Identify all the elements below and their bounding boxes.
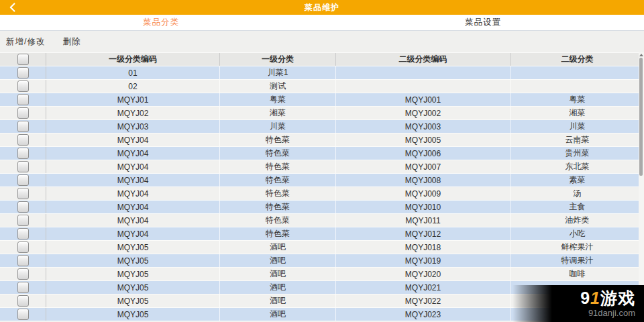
row-checkbox[interactable] [17,161,29,172]
cell-level1-code: MQYJ05 [46,294,219,307]
row-checkbox[interactable] [17,282,29,293]
column-header-level1-code: 一级分类编码 [46,53,219,66]
cell-level2-name: 油炸类 [510,214,644,227]
cell-level1-name: 特色菜 [219,147,335,160]
cell-level1-name: 酒吧 [219,241,335,254]
tab-dish-settings[interactable]: 菜品设置 [322,15,644,30]
cell-level1-code: MQYJ04 [46,174,219,186]
cell-level2-name: 汤 [510,187,644,200]
cell-level1-code: MQYJ04 [46,133,219,146]
table-row[interactable]: MQYJ05 酒吧 MQYJ019 特调果汁 [0,254,644,267]
cell-level1-name: 特色菜 [219,201,335,213]
cell-level1-name: 特色菜 [219,174,335,186]
table-row[interactable]: 01 川菜1 [0,66,644,79]
table-row[interactable]: 02 测试 [0,79,644,93]
scrollbar-thumb[interactable] [639,58,643,176]
page-title: 菜品维护 [0,2,644,13]
cell-level2-code [335,80,510,93]
cell-level2-name: 川菜 [510,120,644,133]
row-checkbox[interactable] [17,255,29,266]
tab-dish-category[interactable]: 菜品分类 [0,15,322,30]
cell-level2-name: 粤菜 [510,93,644,106]
row-checkbox[interactable] [17,241,29,253]
table-row[interactable]: MQYJ01 粤菜 MQYJ001 粤菜 [0,93,644,106]
table-row[interactable]: MQYJ05 酒吧 MQYJ020 咖啡 [0,267,644,280]
row-checkbox[interactable] [17,134,29,146]
cell-level1-name: 酒吧 [219,308,335,321]
cell-level2-code: MQYJ010 [335,201,510,213]
cell-level1-code: MQYJ05 [46,254,219,267]
scroll-up-arrow-icon[interactable] [639,54,643,56]
row-checkbox[interactable] [17,215,29,226]
cell-level1-code: MQYJ02 [46,107,219,119]
row-checkbox[interactable] [17,67,29,78]
row-checkbox[interactable] [17,121,29,132]
table-row[interactable]: MQYJ04 特色菜 MQYJ012 小吃 [0,227,644,240]
row-checkbox-cell [0,66,46,79]
row-checkbox-cell [0,93,46,106]
row-checkbox[interactable] [17,94,29,105]
cell-level1-name: 特色菜 [219,160,335,173]
select-all-cell [0,53,46,66]
table-row[interactable]: MQYJ04 特色菜 MQYJ011 油炸类 [0,213,644,227]
cell-level2-name: 特调果汁 [510,254,644,267]
table-row[interactable]: MQYJ04 特色菜 MQYJ008 素菜 [0,173,644,186]
cell-level1-name: 测试 [219,80,335,93]
table-row[interactable]: MQYJ05 酒吧 MQYJ018 鲜榨果汁 [0,240,644,254]
row-checkbox-cell [0,268,46,280]
table-row[interactable]: MQYJ04 特色菜 MQYJ006 贵州菜 [0,146,644,160]
cell-level1-code: MQYJ05 [46,241,219,254]
row-checkbox[interactable] [17,201,29,213]
table-row[interactable]: MQYJ04 特色菜 MQYJ007 东北菜 [0,160,644,173]
cell-level2-code: MQYJ012 [335,227,510,240]
cell-level1-name: 酒吧 [219,254,335,267]
table-row[interactable]: MQYJ04 特色菜 MQYJ010 主食 [0,200,644,213]
cell-level2-name: 云南菜 [510,133,644,146]
row-checkbox-cell [0,308,46,321]
cell-level2-code: MQYJ011 [335,214,510,227]
row-checkbox[interactable] [17,309,29,320]
dish-maintenance-window: 菜品维护 菜品分类 菜品设置 新增/修改 删除 一级分类编码 一级分类 二级分类… [0,0,644,322]
cell-level2-code: MQYJ003 [335,120,510,133]
cell-level1-code: MQYJ04 [46,201,219,213]
row-checkbox[interactable] [17,107,29,119]
cell-level2-name: 小吃 [510,227,644,240]
delete-button[interactable]: 删除 [62,36,80,48]
cell-level2-code: MQYJ019 [335,254,510,267]
row-checkbox[interactable] [17,268,29,280]
row-checkbox[interactable] [17,295,29,307]
cell-level2-code: MQYJ008 [335,174,510,186]
cell-level1-name: 粤菜 [219,93,335,106]
vertical-scrollbar[interactable] [639,52,644,322]
row-checkbox[interactable] [17,174,29,186]
table-header: 一级分类编码 一级分类 二级分类编码 二级分类 [0,52,644,66]
table-row[interactable]: MQYJ04 特色菜 MQYJ009 汤 [0,186,644,200]
cell-level1-code: 02 [46,80,219,93]
row-checkbox[interactable] [17,148,29,159]
cell-level1-code: MQYJ04 [46,214,219,227]
row-checkbox[interactable] [17,228,29,239]
row-checkbox[interactable] [17,188,29,199]
row-checkbox[interactable] [17,80,29,92]
row-checkbox-cell [0,174,46,186]
column-header-level2-name: 二级分类 [510,53,644,66]
cell-level1-code: MQYJ05 [46,281,219,294]
select-all-checkbox[interactable] [17,54,29,65]
table-row[interactable]: MQYJ04 特色菜 MQYJ005 云南菜 [0,133,644,146]
add-modify-button[interactable]: 新增/修改 [6,36,45,48]
row-checkbox-cell [0,80,46,93]
table-row[interactable]: MQYJ03 川菜 MQYJ003 川菜 [0,119,644,133]
cell-level2-name: 湘菜 [510,107,644,119]
row-checkbox-cell [0,147,46,160]
row-checkbox-cell [0,281,46,294]
row-checkbox-cell [0,227,46,240]
row-checkbox-cell [0,201,46,213]
cell-level1-code: MQYJ01 [46,93,219,106]
table-row[interactable]: MQYJ02 湘菜 MQYJ002 湘菜 [0,106,644,119]
table-body: 01 川菜1 02 测试 MQYJ01 粤菜 MQYJ001 粤菜 MQYJ02… [0,66,644,321]
cell-level1-code: MQYJ04 [46,187,219,200]
back-button[interactable] [3,0,23,15]
row-checkbox-cell [0,294,46,307]
cell-level2-code [335,66,510,79]
cell-level1-name: 特色菜 [219,214,335,227]
